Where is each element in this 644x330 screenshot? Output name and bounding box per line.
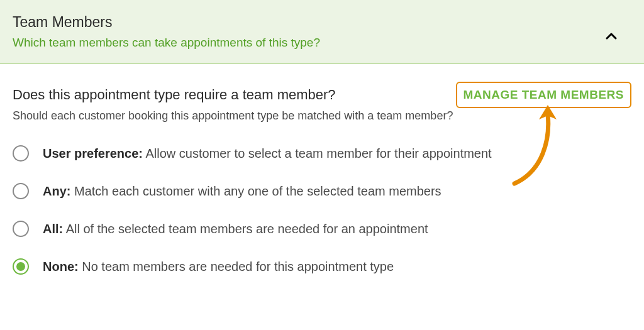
- manage-team-members-button[interactable]: MANAGE TEAM MEMBERS: [456, 82, 631, 108]
- question-subtitle: Should each customer booking this appoin…: [13, 109, 631, 123]
- radio-circle-icon: [13, 221, 29, 237]
- section-content: MANAGE TEAM MEMBERS Does this appointmen…: [0, 64, 644, 287]
- radio-group: User preference: Allow customer to selec…: [13, 145, 631, 275]
- radio-option-any[interactable]: Any: Match each customer with any one of…: [13, 183, 631, 199]
- chevron-up-icon[interactable]: [604, 29, 619, 47]
- radio-label: None: No team members are needed for thi…: [43, 260, 394, 274]
- radio-label: Any: Match each customer with any one of…: [43, 184, 441, 199]
- header-text: Team Members Which team members can take…: [13, 14, 320, 50]
- radio-option-all[interactable]: All: All of the selected team members ar…: [13, 221, 631, 237]
- radio-circle-selected-icon: [13, 258, 29, 275]
- radio-circle-icon: [13, 145, 29, 162]
- radio-option-user-preference[interactable]: User preference: Allow customer to selec…: [13, 145, 631, 162]
- radio-label: All: All of the selected team members ar…: [43, 222, 428, 236]
- section-title: Team Members: [13, 14, 320, 31]
- radio-dot-icon: [16, 262, 25, 271]
- section-subtitle: Which team members can take appointments…: [13, 36, 320, 50]
- section-header[interactable]: Team Members Which team members can take…: [0, 0, 644, 64]
- radio-label: User preference: Allow customer to selec…: [43, 146, 492, 161]
- radio-circle-icon: [13, 183, 29, 199]
- radio-option-none[interactable]: None: No team members are needed for thi…: [13, 258, 631, 275]
